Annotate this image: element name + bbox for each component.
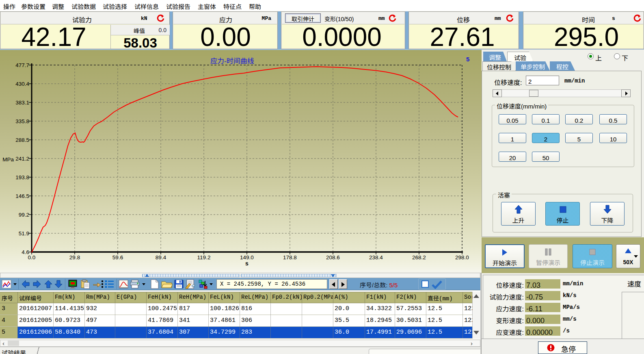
svg-text:0.0: 0.0: [28, 254, 36, 261]
svg-text:178.8: 178.8: [283, 254, 297, 261]
svg-text:430.4: 430.4: [15, 81, 29, 87]
svg-text:99.2: 99.2: [19, 212, 29, 218]
svg-text:383.1: 383.1: [15, 100, 29, 106]
svg-text:335.8: 335.8: [15, 118, 29, 124]
svg-text:208.6: 208.6: [326, 254, 340, 261]
svg-text:241.2: 241.2: [15, 156, 29, 162]
svg-text:146.5: 146.5: [15, 193, 29, 199]
svg-text:119.2: 119.2: [197, 254, 211, 261]
svg-text:268.2: 268.2: [412, 254, 426, 261]
svg-text:149.0: 149.0: [240, 254, 254, 261]
svg-text:288.5: 288.5: [15, 137, 29, 143]
svg-text:MPa: MPa: [2, 156, 14, 163]
svg-text:238.4: 238.4: [369, 254, 383, 261]
svg-text:89.4: 89.4: [156, 254, 166, 261]
svg-text:51.9: 51.9: [19, 230, 29, 237]
svg-text:s: s: [245, 260, 249, 267]
svg-text:477.7: 477.7: [15, 62, 29, 68]
svg-text:298.0: 298.0: [455, 254, 469, 261]
svg-text:59.6: 59.6: [112, 254, 123, 261]
svg-text:29.8: 29.8: [69, 254, 80, 261]
svg-text:193.8: 193.8: [15, 174, 29, 180]
